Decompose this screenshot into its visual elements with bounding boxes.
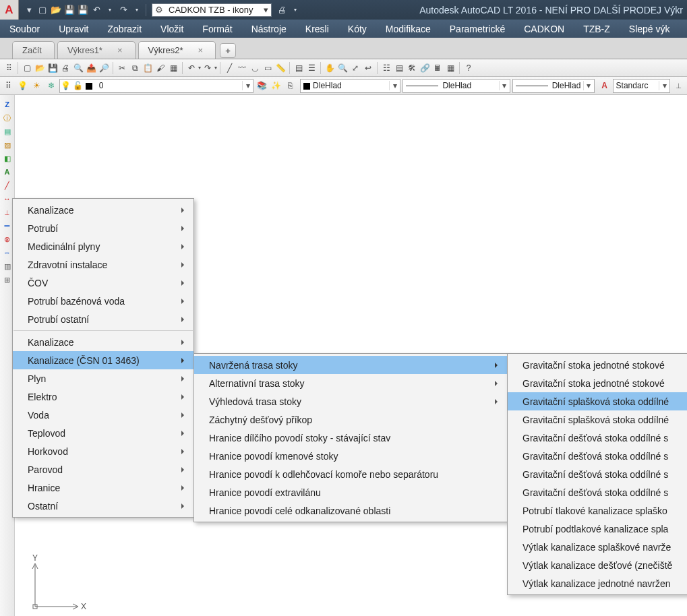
tool-line[interactable]: ╱ (1, 179, 13, 191)
redo-icon[interactable]: ↷ (117, 4, 129, 16)
workspace-selector[interactable]: ⚙ CADKON TZB - ikony ▾ (152, 3, 272, 17)
handle-icon[interactable]: ⠿ (3, 80, 15, 92)
save-icon[interactable]: 💾 (63, 4, 76, 16)
menu-item[interactable]: Parovod (13, 460, 193, 479)
menu-item[interactable]: Teplovod (13, 424, 193, 442)
menu-kresli[interactable]: Kresli (296, 20, 338, 38)
tool-info[interactable]: ⓘ (1, 112, 13, 124)
cut-icon[interactable]: ✂ (116, 62, 128, 74)
zoomw-icon[interactable]: ⤢ (349, 62, 361, 74)
menu-item[interactable]: Hranice povodí kmenové stoky (194, 447, 507, 465)
open-icon[interactable]: 📂 (34, 62, 46, 74)
textstyle-icon[interactable]: A (599, 80, 611, 92)
layerstate-icon[interactable]: 💡 (17, 80, 29, 92)
menu-item[interactable]: Potrubí tlakové kanalizace splaško (508, 501, 687, 520)
layers-icon[interactable]: ☰ (305, 62, 318, 74)
menu-item[interactable]: Navržená trasa stoky (194, 356, 507, 374)
menu-item[interactable]: Potrubí bazénová voda (13, 292, 193, 310)
menu-item[interactable]: Potrubí (13, 219, 193, 237)
zoomp-icon[interactable]: ↩ (362, 62, 374, 74)
new-icon[interactable]: ▢ (21, 62, 33, 74)
qat-dropdown-icon[interactable]: ▾ (23, 4, 35, 16)
menu-item[interactable]: Gravitační dešťová stoka oddílné s (508, 447, 687, 465)
tool-grid[interactable]: ⊞ (1, 274, 13, 286)
table-icon[interactable]: ▦ (444, 62, 456, 74)
file-tab[interactable]: Výkres1*× (57, 41, 136, 59)
help-icon[interactable]: ? (462, 62, 475, 74)
preview-icon[interactable]: 🔍 (72, 62, 84, 74)
calc-icon[interactable]: 🖩 (431, 62, 444, 74)
undo-dd-icon[interactable]: ▾ (104, 4, 116, 16)
menu-item[interactable]: Gravitační stoka jednotné stokové (508, 374, 687, 392)
tool-dim[interactable]: ↔ (1, 193, 13, 205)
menu-zobrazit[interactable]: Zobrazit (98, 20, 152, 38)
menu-item[interactable]: Hranice povodí extravilánu (194, 483, 507, 501)
menu-soubor[interactable]: Soubor (0, 20, 49, 38)
menu-item[interactable]: Hranice povodí k odlehčovací komoře nebo… (194, 465, 507, 483)
color-combo[interactable]: DleHlad ▾ (300, 79, 400, 93)
saveas-icon[interactable]: 💾 (77, 4, 89, 16)
menu-cadkon[interactable]: CADKON (514, 20, 574, 38)
menu-nástroje[interactable]: Nástroje (242, 20, 296, 38)
tool-sym[interactable]: ⟂ (1, 206, 13, 218)
tool-el[interactable]: ⎓ (1, 247, 13, 259)
sun-icon[interactable]: ☀ (31, 80, 43, 92)
zoom-icon[interactable]: 🔍 (336, 62, 349, 74)
add-tab-button[interactable]: + (220, 43, 236, 58)
tool-hatch[interactable]: ▨ (1, 139, 13, 151)
tool-text[interactable]: A (1, 166, 13, 178)
menu-item[interactable]: Kanalizace (ČSN 01 3463) (13, 351, 193, 369)
menu-item[interactable]: Výtlak kanalizace jednotné navržen (508, 574, 687, 592)
publish-icon[interactable]: 📤 (85, 62, 97, 74)
menu-modifikace[interactable]: Modifikace (376, 20, 440, 38)
sheet-icon[interactable]: ▤ (393, 62, 405, 74)
menu-upravit[interactable]: Upravit (49, 20, 98, 38)
menu-item[interactable]: ČOV (13, 274, 193, 292)
plot-icon[interactable]: 🖨 (59, 62, 71, 74)
menu-item[interactable]: Kanalizace (13, 201, 193, 219)
open-icon[interactable]: 📂 (50, 4, 62, 16)
menu-item[interactable]: Zdravotní instalace (13, 255, 193, 274)
copy-icon[interactable]: ⧉ (129, 62, 141, 74)
menu-item[interactable]: Gravitační splašková stoka oddílné (508, 392, 687, 410)
tool-table[interactable]: ▥ (1, 260, 13, 272)
layermore-icon[interactable]: ⎘ (284, 80, 296, 92)
menu-item[interactable]: Potrubí podtlakové kanalizace spla (508, 520, 687, 538)
menu-item[interactable]: Kanalizace (13, 333, 193, 351)
menu-item[interactable]: Elektro (13, 388, 193, 406)
menu-kóty[interactable]: Kóty (338, 20, 376, 38)
menu-vložit[interactable]: Vložit (151, 20, 193, 38)
menu-item[interactable]: Ostatní (13, 497, 193, 515)
arc-icon[interactable]: ◡ (249, 62, 261, 74)
layeriso-icon[interactable]: ✨ (270, 80, 282, 92)
save-icon[interactable]: 💾 (47, 62, 59, 74)
textstyle-combo[interactable]: Standarc ▾ (613, 79, 671, 93)
rect-icon[interactable]: ▭ (262, 62, 274, 74)
menu-item[interactable]: Gravitační splašková stoka oddílné (508, 410, 687, 429)
handle-icon[interactable]: ⠿ (3, 62, 15, 74)
match-icon[interactable]: 🖌 (154, 62, 167, 74)
menu-item[interactable]: Potrubí ostatní (13, 310, 193, 328)
close-icon[interactable]: × (117, 45, 123, 55)
file-tab[interactable]: Výkres2*× (138, 41, 216, 59)
close-icon[interactable]: × (198, 45, 204, 55)
app-logo[interactable]: A (0, 0, 19, 20)
redo-dd-icon[interactable]: ▾ (131, 4, 143, 16)
menu-slepé výk[interactable]: Slepé výk (620, 20, 680, 38)
tool-z[interactable]: Z (1, 98, 13, 111)
new-icon[interactable]: ▢ (36, 4, 49, 16)
prop-icon[interactable]: ☷ (380, 62, 392, 74)
tool-valve[interactable]: ⊗ (1, 233, 13, 245)
menu-item[interactable]: Výhledová trasa stoky (194, 392, 507, 410)
freeze-icon[interactable]: ❄ (45, 80, 57, 92)
layer-combo[interactable]: 💡 🔓 0 ▾ (59, 79, 254, 93)
block-icon[interactable]: ▦ (167, 62, 179, 74)
tool-block[interactable]: ◧ (1, 152, 13, 164)
menu-item[interactable]: Výtlak kanalizace splaškové navrže (508, 538, 687, 556)
pan-icon[interactable]: ✋ (324, 62, 336, 74)
menu-item[interactable]: Záchytný dešťový příkop (194, 410, 507, 429)
menu-item[interactable]: Plyn (13, 369, 193, 388)
xref-icon[interactable]: 🔗 (419, 62, 431, 74)
menu-parametrické[interactable]: Parametrické (440, 20, 514, 38)
undo-icon[interactable]: ↶ (90, 4, 102, 16)
